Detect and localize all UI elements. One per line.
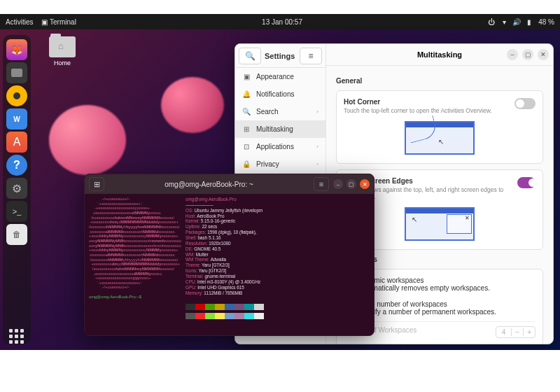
hotcorner-switch[interactable] [514,98,536,109]
shell-prompt: omg@omg-AeroBook-Pro:~$ [89,295,143,299]
wallpaper-blob [49,105,126,175]
increment-button[interactable]: + [523,328,535,336]
new-tab-button[interactable]: ⊞ [89,177,104,191]
search-icon: 🔍 [242,108,251,115]
folder-icon [49,36,76,57]
show-apps-button[interactable] [3,329,31,344]
minimize-button[interactable]: – [507,49,518,60]
dock-software[interactable]: A [6,132,27,153]
chevron-right-icon: › [316,144,318,150]
dock-terminal[interactable]: >_ [6,201,27,222]
minimize-button[interactable]: – [333,179,343,189]
battery-icon[interactable]: ▮ [526,18,533,25]
sidebar-item-multitasking[interactable]: ⊞Multitasking [235,120,326,138]
hotcorner-desc: Touch the top-left corner to open the Ac… [344,107,492,114]
top-bar: Activities ▣ Terminal 13 Jan 00:57 ⏻ ▾ 🔊… [0,14,560,29]
close-button[interactable]: ✕ [538,49,549,60]
close-button[interactable]: ✕ [360,179,370,189]
hotcorner-illustration: ↖ [344,120,536,156]
terminal-output[interactable]: .-/+oossssoo+/-. `:+ssssssssssssssssss+:… [85,194,374,334]
decrement-button[interactable]: − [511,328,523,336]
dock-help[interactable]: ? [6,155,27,176]
page-title: Multitasking [417,50,462,59]
dock-firefox[interactable]: 🦊 [6,39,27,60]
dock-trash[interactable]: 🗑 [6,224,27,245]
dock-rhythmbox[interactable] [6,85,27,106]
battery-percent: 48 % [538,18,554,26]
dock-settings[interactable]: ⚙ [6,178,27,199]
multitasking-icon: ⊞ [242,125,251,133]
apps-icon: ⊡ [242,143,251,150]
dock-writer[interactable]: W [6,108,27,130]
bell-icon: 🔔 [242,90,251,98]
sidebar-item-privacy[interactable]: 🔒Privacy› [235,155,326,173]
color-swatches-bright [186,313,264,319]
desktop-home-icon[interactable]: Home [45,36,80,66]
color-swatches [186,304,264,310]
num-workspaces-value: 4 [496,327,512,337]
sidebar-item-appearance[interactable]: ▣Appearance [235,68,326,85]
activities-button[interactable]: Activities [6,18,33,26]
terminal-menu-button[interactable]: ≡ [314,177,329,191]
clock[interactable]: 13 Jan 00:57 [262,18,302,26]
sidebar-item-search[interactable]: 🔍Search› [235,103,326,120]
desktop[interactable]: Activities ▣ Terminal 13 Jan 00:57 ⏻ ▾ 🔊… [0,14,560,350]
neofetch-info: omg@omg-AeroBook-Pro -------------------… [186,197,264,331]
maximize-button[interactable]: ▢ [522,49,533,60]
chevron-right-icon: › [316,161,318,167]
network-icon[interactable]: ⏻ [488,18,495,25]
maximize-button[interactable]: ▢ [346,179,356,189]
app-menu[interactable]: ▣ Terminal [41,18,76,26]
terminal-headerbar[interactable]: ⊞ omg@omg-AeroBook-Pro: ~ ≡ – ▢ ✕ [85,174,374,194]
hotcorner-label: Hot Corner [344,98,492,106]
menu-button[interactable]: ≡ [300,48,322,64]
sidebar-item-notifications[interactable]: 🔔Notifications [235,85,326,103]
neofetch-logo: .-/+oossssoo+/-. `:+ssssssssssssssssss+:… [89,197,181,331]
sidebar-item-applications[interactable]: ⊡Applications› [235,138,326,155]
appearance-icon: ▣ [242,73,251,80]
dock: 🦊 W A ? ⚙ >_ 🗑 [3,35,31,344]
icon-label: Home [45,59,80,66]
search-button[interactable]: 🔍 [239,48,261,64]
section-general: General [336,77,543,85]
dock-files[interactable] [6,62,27,83]
terminal-window[interactable]: ⊞ omg@omg-AeroBook-Pro: ~ ≡ – ▢ ✕ .-/+oo… [84,174,374,336]
lock-icon: 🔒 [242,160,251,168]
volume-icon[interactable]: 🔊 [513,18,520,25]
edges-switch[interactable] [517,177,536,188]
wallpaper-blob [161,77,224,133]
terminal-title: omg@omg-AeroBook-Pro: ~ [108,181,309,188]
chevron-right-icon: › [316,108,318,115]
wifi-icon[interactable]: ▾ [500,18,507,25]
window-title: Settings [265,52,296,60]
